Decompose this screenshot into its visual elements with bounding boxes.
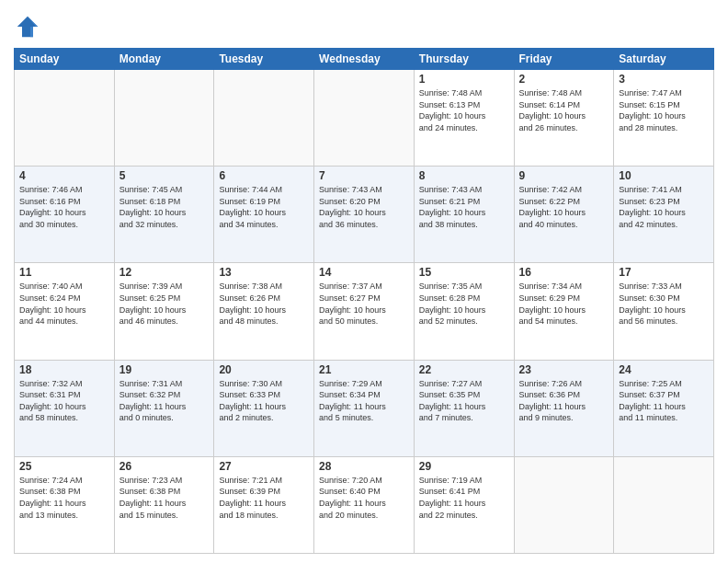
day-number: 27 xyxy=(219,460,309,473)
calendar-cell: 26Sunrise: 7:23 AM Sunset: 6:38 PM Dayli… xyxy=(114,456,214,553)
calendar-cell xyxy=(114,70,214,167)
calendar-cell: 23Sunrise: 7:26 AM Sunset: 6:36 PM Dayli… xyxy=(514,360,614,456)
day-info: Sunrise: 7:40 AM Sunset: 6:24 PM Dayligh… xyxy=(19,281,109,327)
calendar-cell: 14Sunrise: 7:37 AM Sunset: 6:27 PM Dayli… xyxy=(314,263,415,360)
calendar-table: SundayMondayTuesdayWednesdayThursdayFrid… xyxy=(14,48,714,554)
calendar-week-3: 18Sunrise: 7:32 AM Sunset: 6:31 PM Dayli… xyxy=(15,360,714,456)
day-info: Sunrise: 7:38 AM Sunset: 6:26 PM Dayligh… xyxy=(219,281,309,327)
day-info: Sunrise: 7:32 AM Sunset: 6:31 PM Dayligh… xyxy=(19,378,109,424)
calendar-cell: 18Sunrise: 7:32 AM Sunset: 6:31 PM Dayli… xyxy=(15,360,115,456)
calendar-cell: 21Sunrise: 7:29 AM Sunset: 6:34 PM Dayli… xyxy=(314,360,415,456)
day-number: 2 xyxy=(519,73,609,86)
calendar-header-row: SundayMondayTuesdayWednesdayThursdayFrid… xyxy=(15,49,714,70)
day-info: Sunrise: 7:48 AM Sunset: 6:14 PM Dayligh… xyxy=(519,87,609,133)
calendar-cell: 27Sunrise: 7:21 AM Sunset: 6:39 PM Dayli… xyxy=(214,456,314,553)
day-info: Sunrise: 7:24 AM Sunset: 6:38 PM Dayligh… xyxy=(19,475,109,521)
calendar-cell: 2Sunrise: 7:48 AM Sunset: 6:14 PM Daylig… xyxy=(514,70,614,167)
day-number: 14 xyxy=(319,266,409,279)
day-info: Sunrise: 7:20 AM Sunset: 6:40 PM Dayligh… xyxy=(319,475,409,521)
calendar-cell xyxy=(314,70,415,167)
day-number: 28 xyxy=(319,460,409,473)
day-number: 17 xyxy=(619,266,709,279)
day-number: 25 xyxy=(19,460,109,473)
day-info: Sunrise: 7:43 AM Sunset: 6:21 PM Dayligh… xyxy=(419,184,509,230)
day-info: Sunrise: 7:48 AM Sunset: 6:13 PM Dayligh… xyxy=(419,87,509,133)
day-number: 21 xyxy=(319,363,409,376)
day-header-sunday: Sunday xyxy=(15,49,115,70)
day-number: 8 xyxy=(419,169,509,182)
calendar-cell: 19Sunrise: 7:31 AM Sunset: 6:32 PM Dayli… xyxy=(114,360,214,456)
day-info: Sunrise: 7:29 AM Sunset: 6:34 PM Dayligh… xyxy=(319,378,409,424)
calendar-cell: 9Sunrise: 7:42 AM Sunset: 6:22 PM Daylig… xyxy=(514,167,614,263)
calendar-week-2: 11Sunrise: 7:40 AM Sunset: 6:24 PM Dayli… xyxy=(15,263,714,360)
calendar-cell: 17Sunrise: 7:33 AM Sunset: 6:30 PM Dayli… xyxy=(614,263,714,360)
calendar-cell: 12Sunrise: 7:39 AM Sunset: 6:25 PM Dayli… xyxy=(114,263,214,360)
day-header-tuesday: Tuesday xyxy=(214,49,314,70)
day-info: Sunrise: 7:30 AM Sunset: 6:33 PM Dayligh… xyxy=(219,378,309,424)
day-info: Sunrise: 7:47 AM Sunset: 6:15 PM Dayligh… xyxy=(619,87,709,133)
day-info: Sunrise: 7:46 AM Sunset: 6:16 PM Dayligh… xyxy=(19,184,109,230)
day-number: 13 xyxy=(219,266,309,279)
day-number: 7 xyxy=(319,169,409,182)
svg-marker-0 xyxy=(17,17,39,38)
day-number: 24 xyxy=(619,363,709,376)
day-info: Sunrise: 7:41 AM Sunset: 6:23 PM Dayligh… xyxy=(619,184,709,230)
calendar-cell: 25Sunrise: 7:24 AM Sunset: 6:38 PM Dayli… xyxy=(15,456,115,553)
calendar-cell: 10Sunrise: 7:41 AM Sunset: 6:23 PM Dayli… xyxy=(614,167,714,263)
day-number: 10 xyxy=(619,169,709,182)
calendar-cell xyxy=(614,456,714,553)
day-info: Sunrise: 7:34 AM Sunset: 6:29 PM Dayligh… xyxy=(519,281,609,327)
calendar-cell: 16Sunrise: 7:34 AM Sunset: 6:29 PM Dayli… xyxy=(514,263,614,360)
day-header-saturday: Saturday xyxy=(614,49,714,70)
day-info: Sunrise: 7:25 AM Sunset: 6:37 PM Dayligh… xyxy=(619,378,709,424)
day-info: Sunrise: 7:45 AM Sunset: 6:18 PM Dayligh… xyxy=(119,184,210,230)
day-header-thursday: Thursday xyxy=(414,49,514,70)
day-number: 18 xyxy=(19,363,109,376)
day-number: 6 xyxy=(219,169,309,182)
day-header-wednesday: Wednesday xyxy=(314,49,415,70)
day-number: 16 xyxy=(519,266,609,279)
day-info: Sunrise: 7:19 AM Sunset: 6:41 PM Dayligh… xyxy=(419,475,509,521)
calendar-cell: 7Sunrise: 7:43 AM Sunset: 6:20 PM Daylig… xyxy=(314,167,415,263)
day-number: 19 xyxy=(119,363,210,376)
day-number: 3 xyxy=(619,73,709,86)
day-number: 12 xyxy=(119,266,210,279)
calendar-week-4: 25Sunrise: 7:24 AM Sunset: 6:38 PM Dayli… xyxy=(15,456,714,553)
day-number: 23 xyxy=(519,363,609,376)
calendar-cell xyxy=(15,70,115,167)
day-info: Sunrise: 7:35 AM Sunset: 6:28 PM Dayligh… xyxy=(419,281,509,327)
calendar-week-0: 1Sunrise: 7:48 AM Sunset: 6:13 PM Daylig… xyxy=(15,70,714,167)
calendar-week-1: 4Sunrise: 7:46 AM Sunset: 6:16 PM Daylig… xyxy=(15,167,714,263)
calendar-cell: 13Sunrise: 7:38 AM Sunset: 6:26 PM Dayli… xyxy=(214,263,314,360)
day-info: Sunrise: 7:44 AM Sunset: 6:19 PM Dayligh… xyxy=(219,184,309,230)
logo xyxy=(14,13,45,40)
calendar-cell: 24Sunrise: 7:25 AM Sunset: 6:37 PM Dayli… xyxy=(614,360,714,456)
calendar-cell xyxy=(214,70,314,167)
day-number: 9 xyxy=(519,169,609,182)
day-number: 4 xyxy=(19,169,109,182)
page: SundayMondayTuesdayWednesdayThursdayFrid… xyxy=(0,0,728,563)
day-info: Sunrise: 7:23 AM Sunset: 6:38 PM Dayligh… xyxy=(119,475,210,521)
day-number: 26 xyxy=(119,460,210,473)
calendar-cell: 20Sunrise: 7:30 AM Sunset: 6:33 PM Dayli… xyxy=(214,360,314,456)
calendar-cell: 29Sunrise: 7:19 AM Sunset: 6:41 PM Dayli… xyxy=(414,456,514,553)
calendar-cell: 15Sunrise: 7:35 AM Sunset: 6:28 PM Dayli… xyxy=(414,263,514,360)
calendar-cell: 8Sunrise: 7:43 AM Sunset: 6:21 PM Daylig… xyxy=(414,167,514,263)
calendar-cell: 4Sunrise: 7:46 AM Sunset: 6:16 PM Daylig… xyxy=(15,167,115,263)
calendar-cell: 6Sunrise: 7:44 AM Sunset: 6:19 PM Daylig… xyxy=(214,167,314,263)
day-info: Sunrise: 7:39 AM Sunset: 6:25 PM Dayligh… xyxy=(119,281,210,327)
calendar-cell: 3Sunrise: 7:47 AM Sunset: 6:15 PM Daylig… xyxy=(614,70,714,167)
day-number: 1 xyxy=(419,73,509,86)
day-info: Sunrise: 7:27 AM Sunset: 6:35 PM Dayligh… xyxy=(419,378,509,424)
day-number: 29 xyxy=(419,460,509,473)
day-number: 15 xyxy=(419,266,509,279)
calendar-cell: 28Sunrise: 7:20 AM Sunset: 6:40 PM Dayli… xyxy=(314,456,415,553)
day-header-monday: Monday xyxy=(114,49,214,70)
calendar-cell xyxy=(514,456,614,553)
calendar-cell: 1Sunrise: 7:48 AM Sunset: 6:13 PM Daylig… xyxy=(414,70,514,167)
calendar-cell: 22Sunrise: 7:27 AM Sunset: 6:35 PM Dayli… xyxy=(414,360,514,456)
day-info: Sunrise: 7:26 AM Sunset: 6:36 PM Dayligh… xyxy=(519,378,609,424)
calendar-cell: 11Sunrise: 7:40 AM Sunset: 6:24 PM Dayli… xyxy=(15,263,115,360)
day-info: Sunrise: 7:43 AM Sunset: 6:20 PM Dayligh… xyxy=(319,184,409,230)
day-header-friday: Friday xyxy=(514,49,614,70)
